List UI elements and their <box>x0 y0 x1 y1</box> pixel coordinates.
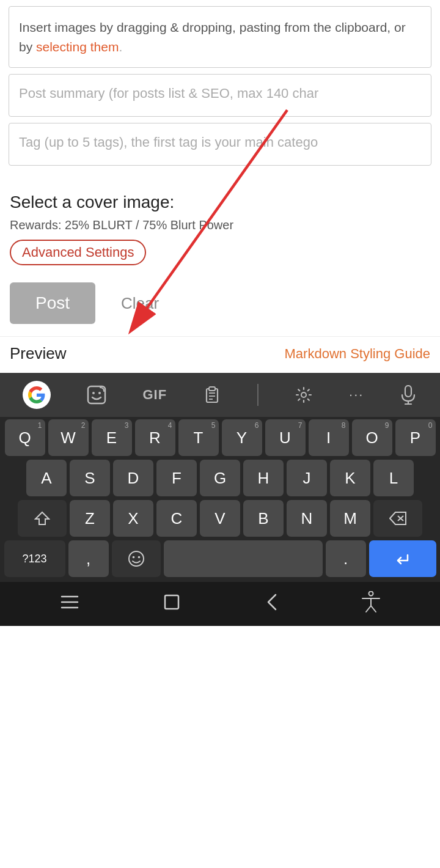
svg-line-28 <box>371 606 376 612</box>
key-k[interactable]: K <box>330 460 370 496</box>
cover-image-section: Select a cover image: Rewards: 25% BLURT… <box>0 186 440 278</box>
key-row-3: Z X C V B N M <box>1 500 439 537</box>
key-o[interactable]: O9 <box>352 419 392 456</box>
numbers-key[interactable]: ?123 <box>4 540 65 577</box>
key-r[interactable]: R4 <box>135 419 175 456</box>
advanced-settings-link[interactable]: Advanced Settings <box>10 240 146 265</box>
key-q[interactable]: Q1 <box>5 419 45 456</box>
emoji-key[interactable] <box>112 540 161 577</box>
svg-point-3 <box>92 392 95 394</box>
key-t[interactable]: T5 <box>178 419 219 456</box>
svg-rect-11 <box>405 386 411 397</box>
key-y[interactable]: Y6 <box>222 419 262 456</box>
summary-field[interactable]: Post summary (for posts list & SEO, max … <box>9 74 431 117</box>
key-w[interactable]: W2 <box>48 419 89 456</box>
key-g[interactable]: G <box>200 460 240 496</box>
key-comma[interactable]: , <box>68 540 109 577</box>
keyboard-toolbar: GIF ··· <box>0 373 440 417</box>
nav-home-icon[interactable] <box>162 592 182 616</box>
svg-line-27 <box>366 606 371 612</box>
key-row-2: A S D F G H J K L <box>1 460 439 496</box>
nav-menu-icon[interactable] <box>59 594 80 615</box>
backspace-key[interactable] <box>373 500 422 537</box>
key-c[interactable]: C <box>156 500 197 537</box>
svg-point-10 <box>301 392 306 397</box>
key-d[interactable]: D <box>113 460 153 496</box>
svg-rect-6 <box>209 387 215 391</box>
space-key[interactable] <box>164 540 323 577</box>
more-icon[interactable]: ··· <box>349 387 364 403</box>
key-x[interactable]: X <box>113 500 153 537</box>
key-j[interactable]: J <box>287 460 327 496</box>
key-b[interactable]: B <box>243 500 284 537</box>
key-s[interactable]: S <box>70 460 110 496</box>
emoji-sticker-icon[interactable] <box>87 385 106 405</box>
key-l[interactable]: L <box>373 460 414 496</box>
key-period[interactable]: . <box>326 540 366 577</box>
preview-section: Preview Markdown Styling Guide <box>0 336 440 373</box>
cover-image-label: Select a cover image: <box>10 193 430 212</box>
svg-rect-23 <box>165 595 178 609</box>
google-icon[interactable] <box>23 381 51 409</box>
summary-placeholder: Post summary (for posts list & SEO, max … <box>19 86 318 101</box>
microphone-icon[interactable] <box>400 385 417 405</box>
key-p[interactable]: P0 <box>395 419 436 456</box>
clipboard-icon[interactable] <box>203 386 221 404</box>
key-n[interactable]: N <box>287 500 327 537</box>
keyboard-keys: Q1 W2 E3 R4 T5 Y6 U7 I8 O9 P0 A S D F G … <box>0 417 440 582</box>
tags-field[interactable]: Tag (up to 5 tags), the first tag is you… <box>9 123 431 166</box>
action-buttons-row: Post Clear <box>0 278 440 336</box>
svg-point-18 <box>132 556 134 559</box>
key-row-4: ?123 , . <box>1 540 439 577</box>
toolbar-divider <box>257 384 258 406</box>
svg-point-24 <box>369 591 373 595</box>
key-e[interactable]: E3 <box>92 419 132 456</box>
gif-button[interactable]: GIF <box>142 387 167 403</box>
nav-accessibility-icon[interactable] <box>361 591 381 617</box>
key-u[interactable]: U7 <box>265 419 306 456</box>
key-v[interactable]: V <box>200 500 240 537</box>
svg-point-17 <box>129 551 144 566</box>
key-row-1: Q1 W2 E3 R4 T5 Y6 U7 I8 O9 P0 <box>1 419 439 456</box>
tags-placeholder: Tag (up to 5 tags), the first tag is you… <box>19 134 318 150</box>
selecting-them-link[interactable]: selecting them <box>36 40 119 54</box>
key-a[interactable]: A <box>26 460 67 496</box>
nav-bar <box>0 582 440 626</box>
preview-label: Preview <box>10 344 66 363</box>
post-button[interactable]: Post <box>10 282 95 324</box>
key-i[interactable]: I8 <box>309 419 349 456</box>
keyboard: GIF ··· <box>0 373 440 626</box>
rewards-text: Rewards: 25% BLURT / 75% Blurt Power <box>10 217 430 234</box>
return-key[interactable] <box>369 540 436 577</box>
key-m[interactable]: M <box>330 500 370 537</box>
shift-key[interactable] <box>18 500 67 537</box>
nav-back-icon[interactable] <box>263 592 279 616</box>
markdown-guide-link[interactable]: Markdown Styling Guide <box>285 346 430 362</box>
clear-button[interactable]: Clear <box>114 289 166 318</box>
key-z[interactable]: Z <box>70 500 110 537</box>
key-f[interactable]: F <box>156 460 197 496</box>
svg-point-19 <box>138 556 140 559</box>
svg-point-4 <box>98 392 101 394</box>
description-field[interactable]: Insert images by dragging & dropping, pa… <box>9 6 431 68</box>
svg-marker-14 <box>35 512 49 524</box>
key-h[interactable]: H <box>243 460 284 496</box>
settings-icon[interactable] <box>295 386 313 404</box>
